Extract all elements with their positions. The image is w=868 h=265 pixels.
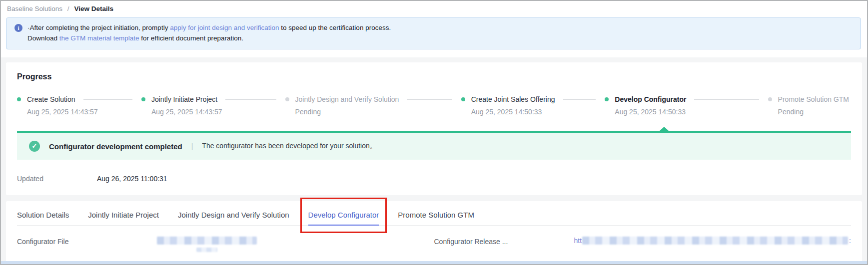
configurator-file-value[interactable] — [157, 237, 257, 252]
notice-section: i ·After completing the project initiati… — [1, 13, 867, 57]
step-label: Create Joint Sales Offering — [471, 95, 555, 103]
step-dot-pending — [768, 97, 772, 101]
status-banner-zone: ✓ Configurator development completed | T… — [17, 131, 851, 160]
step-promote-solution-gtm: Promote Solution GTM Pending — [768, 95, 851, 117]
step-dot-pending — [285, 97, 289, 101]
step-connector — [407, 99, 452, 100]
updated-value: Aug 26, 2025 11:00:31 — [97, 175, 167, 183]
success-message: The configurator has been developed for … — [202, 142, 376, 151]
step-create-solution: Create Solution Aug 25, 2025 14:43:57 — [17, 95, 141, 117]
tab-jointly-design-verify[interactable]: Jointly Design and Verify Solution — [178, 205, 289, 225]
step-dot-done — [17, 97, 21, 101]
notice-line2-suffix: for efficient document preparation. — [139, 34, 243, 42]
success-banner: ✓ Configurator development completed | T… — [17, 131, 851, 160]
progress-stepper: Create Solution Aug 25, 2025 14:43:57 Jo… — [17, 95, 851, 117]
info-icon: i — [14, 24, 22, 32]
step-connector — [563, 99, 596, 100]
progress-card: Progress Create Solution Aug 25, 2025 14… — [6, 62, 862, 195]
step-develop-configurator: Develop Configurator Aug 25, 2025 14:50:… — [605, 95, 768, 117]
step-connector — [83, 99, 132, 100]
tab-bar: Solution Details Jointly Initiate Projec… — [17, 205, 851, 226]
notice-line1-suffix: to speed up the certification process. — [279, 24, 391, 31]
tab-jointly-initiate-project[interactable]: Jointly Initiate Project — [88, 205, 159, 225]
step-timestamp: Aug 25, 2025 14:50:33 — [615, 108, 766, 116]
step-dot-done — [461, 97, 465, 101]
progress-title: Progress — [17, 72, 851, 81]
step-connector — [694, 99, 759, 100]
field-configurator-release: Configurator Release ... htt : — [434, 237, 852, 252]
step-dot-done — [141, 97, 145, 101]
notice-text: ·After completing the project initiation… — [27, 22, 391, 43]
field-label: Configurator File — [17, 237, 157, 246]
updated-label: Updated — [17, 175, 97, 183]
step-create-joint-sales-offering: Create Joint Sales Offering Aug 25, 2025… — [461, 95, 605, 117]
step-label: Develop Configurator — [615, 95, 686, 103]
info-banner: i ·After completing the project initiati… — [6, 17, 861, 49]
configurator-release-link[interactable]: htt : — [574, 237, 852, 245]
apply-joint-design-link[interactable]: apply for joint design and verification — [170, 24, 279, 31]
url-suffix: : — [849, 237, 851, 245]
step-label: Promote Solution GTM — [778, 95, 849, 103]
step-jointly-initiate-project: Jointly Initiate Project Aug 25, 2025 14… — [141, 95, 285, 117]
step-jointly-design-verify: Jointly Design and Verify Solution Pendi… — [285, 95, 461, 117]
notice-line1-prefix: ·After completing the project initiation… — [27, 24, 170, 31]
step-timestamp: Aug 25, 2025 14:43:57 — [151, 108, 283, 116]
step-label: Jointly Initiate Project — [151, 95, 217, 103]
top-bar: Baseline Solutions / View Details — [1, 1, 867, 13]
notice-line-2: Download the GTM material template for e… — [27, 33, 391, 43]
view-details-page: Baseline Solutions / View Details i ·Aft… — [0, 0, 868, 265]
tab-develop-configurator[interactable]: Develop Configurator — [308, 205, 379, 225]
field-label: Configurator Release ... — [434, 237, 574, 246]
tab-promote-solution-gtm[interactable]: Promote Solution GTM — [398, 205, 474, 225]
field-configurator-file: Configurator File — [17, 237, 434, 252]
check-circle-icon: ✓ — [29, 141, 40, 152]
success-separator: | — [191, 142, 193, 150]
step-label: Create Solution — [27, 95, 75, 103]
success-title: Configurator development completed — [49, 142, 182, 151]
breadcrumb-separator: / — [67, 5, 69, 12]
breadcrumb-parent[interactable]: Baseline Solutions — [7, 5, 62, 12]
breadcrumb-current: View Details — [74, 5, 113, 12]
details-card: Solution Details Jointly Initiate Projec… — [6, 201, 862, 263]
tab-label: Develop Configurator — [308, 211, 379, 219]
caret-up-icon — [659, 127, 669, 131]
step-status: Pending — [778, 108, 849, 116]
gtm-template-link[interactable]: the GTM material template — [59, 34, 139, 42]
step-label: Jointly Design and Verify Solution — [295, 95, 399, 103]
detail-fields: Configurator File Configurator Release .… — [17, 237, 851, 252]
active-tab-underline — [308, 225, 379, 226]
step-dot-current — [605, 97, 609, 101]
url-prefix: htt — [574, 237, 582, 245]
tab-solution-details[interactable]: Solution Details — [17, 205, 69, 225]
step-timestamp: Aug 25, 2025 14:50:33 — [471, 108, 603, 116]
breadcrumb: Baseline Solutions / View Details — [7, 5, 859, 12]
redacted-url-value — [582, 237, 848, 245]
notice-line2-prefix: Download — [27, 34, 59, 42]
step-connector — [225, 99, 276, 100]
bottom-window-strip — [1, 261, 867, 264]
step-status: Pending — [295, 108, 459, 116]
notice-line-1: ·After completing the project initiation… — [27, 22, 391, 33]
step-timestamp: Aug 25, 2025 14:43:57 — [27, 108, 139, 116]
updated-row: Updated Aug 26, 2025 11:00:31 — [17, 175, 851, 183]
redacted-file-value — [157, 237, 257, 252]
